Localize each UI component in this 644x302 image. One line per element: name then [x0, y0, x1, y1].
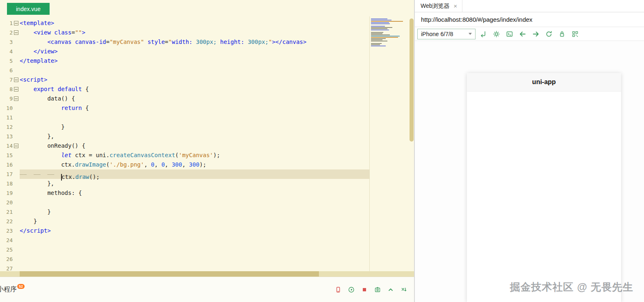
gutter[interactable]: 12 [0, 122, 20, 132]
code-text[interactable]: return { [20, 103, 369, 113]
code-line-24[interactable]: 24 [0, 236, 369, 245]
gutter[interactable]: 19 [0, 188, 20, 198]
browser-tab[interactable]: Web浏览器 × [415, 0, 462, 12]
gutter[interactable]: 24 [0, 236, 20, 245]
gutter[interactable]: 5 [0, 56, 20, 66]
fold-toggle-icon[interactable] [14, 96, 18, 101]
editor-vertical-scrollbar[interactable] [410, 18, 414, 142]
minimap[interactable] [371, 18, 406, 47]
editor-tab-index-vue[interactable]: index.vue [7, 3, 50, 15]
run-icon[interactable] [348, 286, 355, 293]
gutter[interactable]: 3 [0, 37, 20, 47]
forward-arrow-icon[interactable] [530, 29, 541, 39]
gutter[interactable]: 18 [0, 179, 20, 188]
gutter[interactable]: 17 [0, 169, 20, 179]
code-line-23[interactable]: 23</script> [0, 226, 369, 236]
code-line-11[interactable]: 11 [0, 113, 369, 122]
code-line-6[interactable]: 6 [0, 66, 369, 75]
code-text[interactable]: ——————ctx.draw(); [20, 169, 369, 179]
fold-toggle-icon[interactable] [14, 78, 18, 82]
back-arrow-icon[interactable] [517, 29, 528, 39]
gutter[interactable]: 16 [0, 160, 20, 169]
code-text[interactable]: onReady() { [20, 141, 369, 151]
gutter[interactable]: 10 [0, 103, 20, 113]
gutter[interactable]: 1 [0, 18, 20, 28]
code-line-26[interactable]: 26 [0, 254, 369, 264]
gutter[interactable]: 9 [0, 94, 20, 103]
rotate-device-icon[interactable] [478, 29, 489, 39]
settings-gear-icon[interactable] [491, 29, 502, 39]
status-project-label[interactable]: 小程序52 [0, 285, 25, 294]
app-preview[interactable]: uni-app [467, 73, 621, 302]
code-line-18[interactable]: 18 }, [0, 179, 369, 188]
code-text[interactable]: let ctx = uni.createCanvasContext('myCan… [20, 151, 369, 160]
code-line-4[interactable]: 4 </view> [0, 47, 369, 56]
code-text[interactable]: </script> [20, 226, 369, 236]
code-line-15[interactable]: 15 let ctx = uni.createCanvasContext('my… [0, 151, 369, 160]
code-text[interactable]: </view> [20, 47, 369, 56]
gutter[interactable]: 21 [0, 207, 20, 217]
code-line-21[interactable]: 21 } [0, 207, 369, 217]
refresh-icon[interactable] [543, 29, 554, 39]
code-text[interactable]: methods: { [20, 188, 369, 198]
gutter[interactable]: 8 [0, 85, 20, 94]
code-text[interactable]: }, [20, 179, 369, 188]
gutter[interactable]: 20 [0, 198, 20, 207]
code-line-14[interactable]: 14 onReady() { [0, 141, 369, 151]
code-line-5[interactable]: 5</template> [0, 56, 369, 66]
device-selector[interactable]: iPhone 6/7/8 [417, 29, 476, 39]
code-text[interactable] [20, 66, 369, 75]
gutter[interactable]: 13 [0, 132, 20, 141]
code-text[interactable]: <canvas canvas-id="myCanvas" style="widt… [20, 37, 369, 47]
code-text[interactable]: data() { [20, 94, 369, 103]
code-text[interactable] [20, 245, 369, 254]
code-text[interactable] [20, 113, 369, 122]
gutter[interactable]: 25 [0, 245, 20, 254]
code-line-1[interactable]: 1<template> [0, 18, 369, 28]
code-text[interactable]: <template> [20, 18, 369, 28]
url-bar[interactable]: http://localhost:8080/#/pages/index/inde… [415, 12, 644, 27]
chevron-up-icon[interactable] [387, 286, 394, 293]
code-line-2[interactable]: 2 <view class=""> [0, 28, 369, 37]
gutter[interactable]: 11 [0, 113, 20, 122]
screenshot-icon[interactable] [374, 286, 381, 293]
code-line-20[interactable]: 20 [0, 198, 369, 207]
fold-toggle-icon[interactable] [14, 87, 18, 92]
code-text[interactable]: } [20, 207, 369, 217]
code-text[interactable]: </template> [20, 56, 369, 66]
code-lines[interactable]: 1<template>2 <view class="">3 <canvas ca… [0, 16, 369, 273]
code-text[interactable] [20, 254, 369, 264]
console-icon[interactable] [504, 29, 515, 39]
fold-toggle-icon[interactable] [14, 30, 18, 35]
editor-horizontal-scrollbar-track[interactable] [0, 271, 414, 277]
gutter[interactable]: 15 [0, 151, 20, 160]
gutter[interactable]: 23 [0, 226, 20, 236]
code-text[interactable]: <view class=""> [20, 28, 369, 37]
code-line-25[interactable]: 25 [0, 245, 369, 254]
code-line-3[interactable]: 3 <canvas canvas-id="myCanvas" style="wi… [0, 37, 369, 47]
fold-toggle-icon[interactable] [14, 144, 18, 148]
code-line-16[interactable]: 16 ctx.drawImage('./bg.png', 0, 0, 300, … [0, 160, 369, 169]
close-icon[interactable]: × [454, 2, 457, 9]
hide-panel-icon[interactable] [400, 286, 407, 293]
gutter[interactable]: 2 [0, 28, 20, 37]
code-text[interactable]: <script> [20, 75, 369, 85]
code-text[interactable]: export default { [20, 85, 369, 94]
code-line-10[interactable]: 10 return { [0, 103, 369, 113]
code-line-13[interactable]: 13 }, [0, 132, 369, 141]
code-text[interactable] [20, 198, 369, 207]
gutter[interactable]: 7 [0, 75, 20, 85]
gutter[interactable]: 4 [0, 47, 20, 56]
qrcode-icon[interactable] [569, 29, 580, 39]
gutter[interactable]: 26 [0, 254, 20, 264]
code-line-19[interactable]: 19 methods: { [0, 188, 369, 198]
code-text[interactable]: }, [20, 132, 369, 141]
lock-icon[interactable] [556, 29, 567, 39]
editor-horizontal-scrollbar-thumb[interactable] [20, 271, 319, 277]
code-line-17[interactable]: 17——————ctx.draw(); [0, 169, 369, 179]
code-line-8[interactable]: 8 export default { [0, 85, 369, 94]
gutter[interactable]: 6 [0, 66, 20, 75]
gutter[interactable]: 14 [0, 141, 20, 151]
code-line-22[interactable]: 22 } [0, 217, 369, 226]
code-line-9[interactable]: 9 data() { [0, 94, 369, 103]
